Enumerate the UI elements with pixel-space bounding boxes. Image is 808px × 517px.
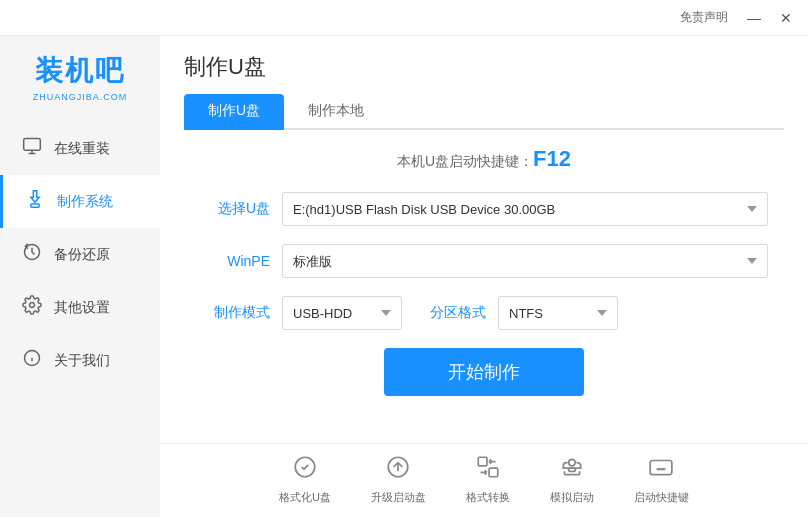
title-bar: 免责声明 — ✕ (0, 0, 808, 36)
sidebar-label-online-reinstall: 在线重装 (54, 140, 110, 158)
tabs-bar: 制作U盘 制作本地 (184, 94, 784, 130)
toolbar-upgrade-disk[interactable]: 升级启动盘 (371, 454, 426, 505)
select-usb-label: 选择U盘 (200, 200, 270, 218)
format-usb-icon (292, 454, 318, 486)
sidebar-label-make-system: 制作系统 (57, 193, 113, 211)
title-bar-links: 免责声明 — ✕ (680, 7, 800, 29)
toolbar-format-usb[interactable]: 格式化U盘 (279, 454, 331, 505)
winpe-label: WinPE (200, 253, 270, 269)
toolbar-format-convert[interactable]: 格式转换 (466, 454, 510, 505)
shortcut-key: F12 (533, 146, 571, 171)
make-mode-label: 制作模式 (200, 304, 270, 322)
svg-rect-10 (478, 457, 487, 466)
toolbar-upgrade-disk-label: 升级启动盘 (371, 490, 426, 505)
winpe-row: WinPE 标准版 (200, 244, 768, 278)
logo-area: 装机吧 ZHUANGJIBA.COM (0, 36, 160, 122)
svg-rect-0 (24, 139, 41, 151)
close-button[interactable]: ✕ (772, 7, 800, 29)
sidebar-label-backup-restore: 备份还原 (54, 246, 110, 264)
sidebar-item-other-settings[interactable]: 其他设置 (0, 281, 160, 334)
upgrade-disk-icon (385, 454, 411, 486)
svg-rect-1 (31, 204, 39, 207)
sidebar-nav: 在线重装 制作系统 备份还原 (0, 122, 160, 517)
form-area: 本机U盘启动快捷键：F12 选择U盘 E:(hd1)USB Flash Disk… (160, 130, 808, 443)
svg-rect-14 (651, 461, 673, 475)
svg-point-3 (30, 303, 35, 308)
simulate-start-icon (559, 454, 585, 486)
logo-text: 装机吧 (35, 52, 125, 90)
toolbar-format-usb-label: 格式化U盘 (279, 490, 331, 505)
svg-point-12 (569, 459, 576, 466)
svg-rect-11 (489, 468, 498, 477)
sidebar: 装机吧 ZHUANGJIBA.COM 在线重装 制作系统 (0, 36, 160, 517)
part-format-select[interactable]: NTFS (498, 296, 618, 330)
logo-sub: ZHUANGJIBA.COM (33, 92, 128, 102)
disclaimer-link[interactable]: 免责声明 (680, 9, 728, 26)
toolbar-shortcut-key-label: 启动快捷键 (634, 490, 689, 505)
toolbar-simulate-start-label: 模拟启动 (550, 490, 594, 505)
main-layout: 装机吧 ZHUANGJIBA.COM 在线重装 制作系统 (0, 36, 808, 517)
select-usb-row: 选择U盘 E:(hd1)USB Flash Disk USB Device 30… (200, 192, 768, 226)
toolbar-simulate-start[interactable]: 模拟启动 (550, 454, 594, 505)
content-area: 制作U盘 制作U盘 制作本地 本机U盘启动快捷键：F12 选择U盘 E:(hd1… (160, 36, 808, 517)
minimize-button[interactable]: — (740, 7, 768, 29)
sidebar-item-make-system[interactable]: 制作系统 (0, 175, 160, 228)
usb-icon (23, 189, 47, 214)
sidebar-item-backup-restore[interactable]: 备份还原 (0, 228, 160, 281)
settings-icon (20, 295, 44, 320)
sidebar-label-other-settings: 其他设置 (54, 299, 110, 317)
bottom-toolbar: 格式化U盘 升级启动盘 格式转换 (160, 443, 808, 517)
make-mode-select[interactable]: USB-HDD (282, 296, 402, 330)
make-mode-row: 制作模式 USB-HDD 分区格式 NTFS (200, 296, 768, 330)
monitor-icon (20, 136, 44, 161)
shortcut-hint-text: 本机U盘启动快捷键： (397, 153, 533, 169)
toolbar-format-convert-label: 格式转换 (466, 490, 510, 505)
shortcut-hint: 本机U盘启动快捷键：F12 (200, 146, 768, 172)
info-icon (20, 348, 44, 373)
usb-select[interactable]: E:(hd1)USB Flash Disk USB Device 30.00GB (282, 192, 768, 226)
sidebar-item-about-us[interactable]: 关于我们 (0, 334, 160, 387)
part-format-label: 分区格式 (430, 304, 486, 322)
format-convert-icon (475, 454, 501, 486)
sidebar-item-online-reinstall[interactable]: 在线重装 (0, 122, 160, 175)
tab-make-local[interactable]: 制作本地 (284, 94, 388, 130)
backup-icon (20, 242, 44, 267)
svg-rect-13 (569, 468, 576, 471)
winpe-select[interactable]: 标准版 (282, 244, 768, 278)
page-header: 制作U盘 (160, 36, 808, 94)
sidebar-label-about-us: 关于我们 (54, 352, 110, 370)
shortcut-key-icon (648, 454, 674, 486)
tab-make-usb[interactable]: 制作U盘 (184, 94, 284, 130)
start-make-button[interactable]: 开始制作 (384, 348, 584, 396)
toolbar-shortcut-key[interactable]: 启动快捷键 (634, 454, 689, 505)
page-title: 制作U盘 (184, 52, 784, 82)
